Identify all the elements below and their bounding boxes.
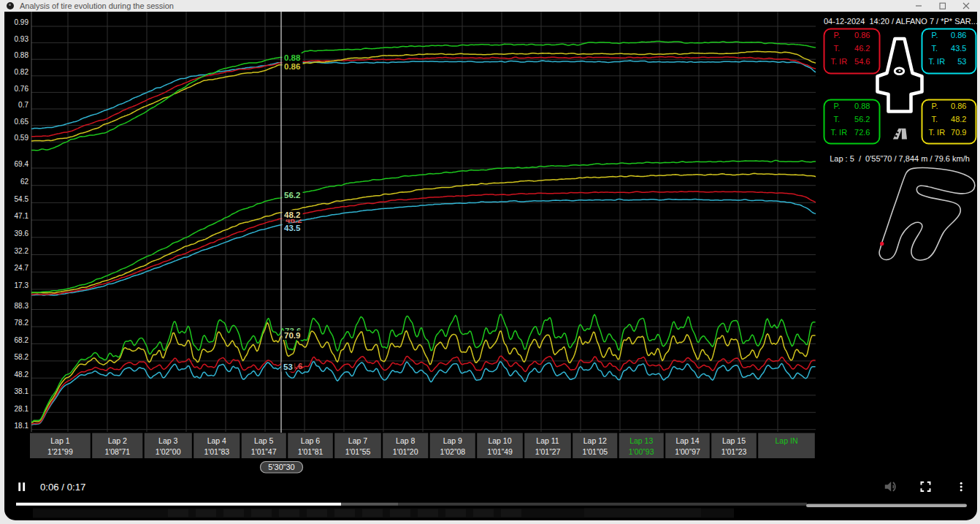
svg-text:70.9: 70.9	[284, 331, 300, 340]
svg-text:38.1: 38.1	[15, 387, 29, 395]
svg-text:28.1: 28.1	[15, 405, 29, 413]
svg-text:68.2: 68.2	[15, 336, 29, 344]
svg-text:T. IR: T. IR	[831, 128, 848, 137]
svg-text:0.99: 0.99	[15, 18, 29, 26]
svg-text:47.1: 47.1	[15, 212, 29, 220]
svg-text:0.59: 0.59	[15, 134, 29, 142]
svg-text:1'21”99: 1'21”99	[47, 447, 73, 456]
svg-text:P.: P.	[834, 102, 841, 110]
svg-text:1'01”49: 1'01”49	[487, 447, 513, 456]
svg-text:43.5: 43.5	[284, 224, 301, 232]
svg-text:54.5: 54.5	[15, 195, 29, 203]
svg-text:0.88: 0.88	[15, 51, 29, 59]
svg-text:54.6: 54.6	[854, 57, 870, 66]
svg-text:48.2: 48.2	[284, 210, 300, 219]
svg-text:69.4: 69.4	[15, 160, 29, 168]
svg-text:58.2: 58.2	[15, 353, 29, 361]
svg-text:43.5: 43.5	[951, 44, 966, 53]
svg-text:Lap 2: Lap 2	[108, 436, 127, 445]
svg-text:0:06 / 0:17: 0:06 / 0:17	[40, 482, 85, 493]
svg-text:T.: T.	[932, 44, 938, 53]
svg-text:17.3: 17.3	[15, 281, 29, 289]
svg-text:0.86: 0.86	[951, 102, 966, 110]
svg-text:04-12-2024 14:20 / ALFANO 7 /: 04-12-2024 14:20 / ALFANO 7 / *P* SAR...	[824, 17, 977, 26]
svg-text:32.2: 32.2	[15, 247, 29, 255]
svg-text:1'01”20: 1'01”20	[393, 447, 418, 456]
svg-text:P.: P.	[834, 31, 841, 39]
svg-text:53: 53	[957, 57, 966, 66]
svg-text:Lap 10: Lap 10	[488, 436, 511, 445]
svg-text:1'00”93: 1'00”93	[629, 447, 654, 456]
svg-text:5'30”30: 5'30”30	[268, 463, 294, 471]
svg-text:T.: T.	[932, 115, 938, 124]
svg-text:Lap 1: Lap 1	[50, 436, 69, 445]
svg-text:Lap 13: Lap 13	[629, 436, 653, 445]
svg-text:1'01”23: 1'01”23	[721, 447, 747, 456]
svg-text:Lap 9: Lap 9	[443, 436, 462, 445]
svg-text:0.86: 0.86	[951, 31, 966, 39]
svg-text:88.3: 88.3	[15, 302, 29, 310]
svg-text:62: 62	[20, 178, 29, 186]
svg-text:1'01”47: 1'01”47	[251, 447, 277, 456]
svg-text:Lap 5: Lap 5	[254, 436, 273, 445]
svg-text:18.1: 18.1	[15, 422, 29, 430]
svg-text:1'01”83: 1'01”83	[204, 447, 229, 456]
svg-text:1'01”55: 1'01”55	[345, 447, 371, 456]
svg-text:1'01”27: 1'01”27	[535, 447, 561, 456]
svg-text:P.: P.	[932, 102, 938, 110]
svg-text:T.: T.	[834, 44, 841, 53]
svg-text:39.6: 39.6	[15, 229, 29, 238]
svg-text:1'08”71: 1'08”71	[104, 447, 130, 456]
svg-text:Lap 3: Lap 3	[158, 436, 177, 445]
svg-text:46.2: 46.2	[854, 44, 870, 53]
svg-text:1'00”97: 1'00”97	[675, 447, 700, 456]
svg-text:48.2: 48.2	[15, 371, 29, 379]
svg-text:T.: T.	[834, 115, 841, 124]
svg-text:56.2: 56.2	[284, 191, 300, 200]
svg-text:Lap 15: Lap 15	[722, 436, 746, 445]
svg-text:Lap 6: Lap 6	[301, 436, 320, 445]
svg-text:0.82: 0.82	[15, 68, 29, 76]
svg-text:0.93: 0.93	[15, 35, 29, 43]
svg-text:P.: P.	[932, 31, 938, 39]
svg-text:0.86: 0.86	[284, 62, 300, 71]
svg-text:53: 53	[283, 362, 293, 371]
svg-text:1'02”08: 1'02”08	[440, 447, 465, 456]
svg-text:56.2: 56.2	[854, 115, 870, 124]
svg-text:1'02”00: 1'02”00	[156, 447, 181, 456]
svg-text:Lap 14: Lap 14	[675, 436, 699, 445]
svg-text:1'01”81: 1'01”81	[298, 447, 324, 456]
svg-text:Lap IN: Lap IN	[776, 436, 798, 445]
svg-text:0.7: 0.7	[18, 101, 28, 109]
svg-text:0.86: 0.86	[854, 31, 870, 39]
svg-text:72.6: 72.6	[854, 128, 870, 137]
svg-text:Lap 4: Lap 4	[207, 436, 226, 445]
svg-text:Lap : 5 / 0'55”70 / 7,844 m: Lap : 5 / 0'55”70 / 7,844 m / 79.6 km/h	[830, 154, 970, 163]
svg-text:Lap 8: Lap 8	[396, 436, 415, 445]
svg-text:0.76: 0.76	[15, 85, 29, 93]
svg-text:70.9: 70.9	[951, 128, 966, 137]
svg-text:T. IR: T. IR	[929, 57, 946, 66]
svg-text:0.88: 0.88	[284, 53, 301, 62]
svg-text:24.7: 24.7	[15, 264, 29, 272]
svg-text:48.2: 48.2	[951, 115, 966, 124]
svg-text:78.2: 78.2	[15, 319, 29, 327]
svg-text:T. IR: T. IR	[831, 57, 848, 66]
svg-text:Lap 12: Lap 12	[583, 436, 607, 445]
svg-text:0.65: 0.65	[15, 118, 29, 126]
svg-text:1'01”05: 1'01”05	[582, 447, 608, 456]
svg-text:Lap 7: Lap 7	[348, 436, 367, 445]
svg-text:0.88: 0.88	[854, 102, 870, 110]
svg-text:T. IR: T. IR	[929, 128, 946, 137]
svg-text:Lap 11: Lap 11	[536, 436, 559, 445]
